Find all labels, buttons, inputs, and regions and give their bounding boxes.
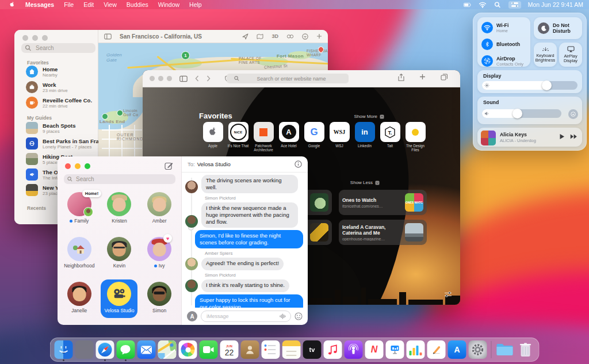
tab-overview-icon[interactable] bbox=[441, 74, 448, 81]
control-center-icon[interactable] bbox=[508, 1, 521, 9]
dock-contacts-icon[interactable] bbox=[241, 340, 259, 359]
dock-messages-icon[interactable] bbox=[117, 340, 135, 359]
menu-clock[interactable]: Mon Jun 22 9:41 AM bbox=[528, 1, 583, 8]
dock-system-preferences-icon[interactable] bbox=[469, 340, 487, 359]
maps-window-controls[interactable] bbox=[22, 35, 48, 41]
menu-help[interactable]: Help bbox=[189, 1, 202, 8]
show-more-button[interactable]: Show More bbox=[354, 114, 384, 119]
message-thread[interactable]: The driving scenes are working well. Sim… bbox=[182, 172, 308, 308]
address-bar[interactable] bbox=[227, 74, 349, 83]
favorite-tile-tait[interactable]: T. Tait bbox=[378, 122, 401, 152]
maps-3d-button[interactable]: 3D bbox=[271, 33, 278, 39]
display-slider[interactable] bbox=[482, 81, 577, 90]
display-slider-thumb[interactable] bbox=[542, 81, 552, 90]
contact-simon[interactable]: Simon bbox=[139, 279, 179, 320]
contact-neighborhood[interactable]: Neighborhood bbox=[59, 235, 100, 275]
airdrop-toggle[interactable]: AirDropContacts Only bbox=[477, 55, 530, 67]
dock-tv-icon[interactable]: tv bbox=[303, 340, 322, 359]
favorite-tile-google[interactable]: G Google bbox=[303, 122, 326, 152]
favorite-tile-wsj[interactable]: WSJ WSJ bbox=[328, 122, 351, 152]
show-less-button[interactable]: Show Less bbox=[350, 180, 380, 185]
audio-message-icon[interactable] bbox=[280, 313, 286, 319]
messages-window-controls[interactable] bbox=[65, 163, 90, 169]
dock-safari-icon[interactable] bbox=[96, 340, 114, 359]
url-input[interactable] bbox=[242, 75, 342, 82]
contact-velosa-studio-selected[interactable]: Velosa Studio bbox=[100, 279, 140, 320]
menu-app-name[interactable]: Messages bbox=[25, 1, 54, 8]
dock-notes-icon[interactable] bbox=[282, 340, 301, 359]
favorite-tile-patchwork[interactable]: Patchwork Architecture bbox=[252, 122, 275, 152]
forward-icon[interactable] bbox=[206, 75, 211, 82]
bluetooth-toggle[interactable]: Bluetooth bbox=[477, 39, 530, 50]
maps-search-field[interactable] bbox=[35, 44, 93, 52]
wifi-icon[interactable] bbox=[479, 2, 487, 8]
sound-slider[interactable] bbox=[482, 109, 561, 118]
emoji-icon[interactable] bbox=[294, 312, 303, 320]
maps-search-input[interactable] bbox=[21, 43, 95, 53]
favorite-tile-apple[interactable]: Apple bbox=[201, 122, 224, 152]
imessage-field[interactable] bbox=[201, 311, 291, 322]
dock-numbers-icon[interactable] bbox=[407, 340, 425, 359]
imessage-input[interactable] bbox=[205, 313, 277, 320]
next-track-icon[interactable] bbox=[570, 133, 577, 140]
imessage-apps-icon[interactable]: A bbox=[187, 311, 197, 321]
contact-kristen[interactable]: Kristen bbox=[100, 190, 140, 231]
favorite-tile-linkedin[interactable]: in LinkedIn bbox=[353, 122, 376, 152]
customize-start-page-icon[interactable] bbox=[444, 291, 452, 298]
dock-finder-icon[interactable] bbox=[55, 340, 73, 359]
dock-calendar-icon[interactable]: JUN 22 bbox=[220, 340, 239, 359]
map-mode-icon[interactable] bbox=[257, 33, 263, 40]
apple-menu-icon[interactable] bbox=[9, 1, 16, 8]
messages-search[interactable] bbox=[64, 174, 175, 184]
sound-output-button[interactable] bbox=[568, 109, 578, 119]
back-icon[interactable] bbox=[195, 75, 199, 82]
new-tab-icon[interactable] bbox=[419, 74, 426, 80]
sidebar-toggle-icon[interactable] bbox=[179, 75, 188, 82]
play-icon[interactable] bbox=[559, 133, 565, 140]
safari-window-controls[interactable] bbox=[150, 76, 172, 81]
dock-reminders-icon[interactable] bbox=[262, 340, 280, 359]
spotlight-icon[interactable] bbox=[494, 2, 502, 8]
dock-mail-icon[interactable] bbox=[137, 340, 156, 359]
keyboard-brightness-card[interactable]: Keyboard Brightness bbox=[534, 43, 557, 67]
dock-podcasts-icon[interactable] bbox=[345, 340, 363, 359]
dock-trash-icon[interactable] bbox=[517, 340, 535, 359]
menu-buddies[interactable]: Buddies bbox=[127, 1, 148, 8]
contact-janelle[interactable]: Janelle bbox=[59, 279, 100, 320]
contact-kevin[interactable]: Kevin bbox=[100, 235, 140, 275]
sidebar-toggle-icon[interactable] bbox=[104, 33, 112, 40]
iceland-card[interactable]: Iceland A Caravan, Caterina and Me openh… bbox=[339, 220, 427, 245]
dock-pages-icon[interactable] bbox=[427, 340, 446, 359]
contact-amber[interactable]: Amber bbox=[139, 190, 179, 231]
dock-downloads-folder-icon[interactable] bbox=[496, 340, 514, 359]
maps-guide-best-parks[interactable]: Best Parks in San Fra…Lonely Planet - 7 … bbox=[26, 137, 104, 150]
compose-icon[interactable] bbox=[165, 162, 173, 170]
maps-favorite-coffee[interactable]: Reveille Coffee Co.22 min drive bbox=[26, 97, 92, 109]
messages-search-field[interactable] bbox=[75, 175, 172, 183]
sound-slider-thumb[interactable] bbox=[512, 109, 522, 118]
menu-view[interactable]: View bbox=[104, 1, 117, 8]
maps-favorite-home[interactable]: HomeNearby bbox=[26, 66, 58, 78]
dock-facetime-icon[interactable] bbox=[200, 340, 218, 359]
menu-window[interactable]: Window bbox=[158, 1, 179, 8]
maps-guide-beach-spots[interactable]: Beach Spots9 places bbox=[26, 122, 76, 134]
look-around-icon[interactable] bbox=[286, 33, 294, 39]
share-icon[interactable] bbox=[398, 74, 404, 81]
menu-edit[interactable]: Edit bbox=[83, 1, 94, 8]
dock-photos-icon[interactable] bbox=[179, 340, 197, 359]
wifi-toggle[interactable]: Wi-FiHome bbox=[477, 22, 530, 33]
favorite-tile-ace-hotel[interactable]: A Ace Hotel bbox=[277, 122, 300, 152]
contact-family[interactable]: Home! Family bbox=[59, 190, 100, 231]
location-arrow-icon[interactable] bbox=[242, 33, 248, 40]
favorite-tile-its-nice-that[interactable]: NiCE It's Nice That bbox=[227, 122, 250, 152]
dock-news-icon[interactable]: N bbox=[365, 340, 384, 359]
dock-maps-icon[interactable] bbox=[158, 340, 177, 359]
airplay-display-card[interactable]: AirPlay Display bbox=[559, 43, 582, 67]
dock-appstore-icon[interactable]: A bbox=[448, 340, 466, 359]
menu-file[interactable]: File bbox=[64, 1, 74, 8]
contact-ivy[interactable]: ♥ Ivy bbox=[139, 235, 179, 275]
compass-menu-icon[interactable] bbox=[302, 33, 308, 40]
dnd-card[interactable]: Do Not Disturb bbox=[534, 17, 582, 39]
favorite-tile-design-files[interactable]: The Design Files bbox=[404, 122, 427, 152]
dock-launchpad-icon[interactable] bbox=[75, 340, 94, 359]
